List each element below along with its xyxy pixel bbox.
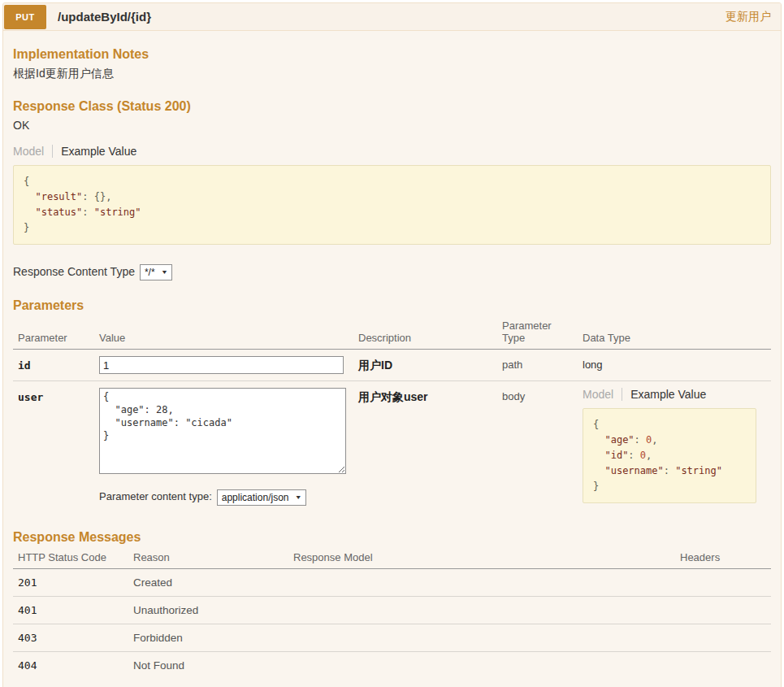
column-parameter-type: Parameter Type <box>502 318 583 350</box>
response-model-cell <box>293 624 680 652</box>
parameter-description-user: 用户对象user <box>358 381 502 513</box>
status-code: 403 <box>13 624 133 652</box>
parameter-type-id: path <box>502 350 583 381</box>
implementation-notes-text: 根据Id更新用户信息 <box>13 67 771 81</box>
response-model-cell <box>293 652 680 680</box>
operation-panel: PUT /updateById/{id} 更新用户 Implementation… <box>2 2 782 687</box>
response-class-status: OK <box>13 119 771 132</box>
parameter-content-type-row: Parameter content type:application/json▼ <box>99 489 352 506</box>
response-class-heading: Response Class (Status 200) <box>13 99 771 114</box>
parameter-row-user: user { "age": 28, "username": "cicada" }… <box>13 381 771 513</box>
response-content-type-row: Response Content Type*/*▼ <box>13 264 771 280</box>
user-model-tabs: Model Example Value <box>583 388 765 401</box>
tab-model[interactable]: Model <box>583 388 622 401</box>
parameter-name-user: user <box>13 381 99 513</box>
user-example-json: { "age": 0, "id": 0, "username": "string… <box>583 408 756 503</box>
parameter-content-type-select-wrap: application/json▼ <box>217 489 306 506</box>
operation-header: PUT /updateById/{id} 更新用户 <box>3 3 781 31</box>
parameters-heading: Parameters <box>13 298 771 313</box>
response-messages-header-row: HTTP Status Code Reason Response Model H… <box>13 550 771 569</box>
id-value-input[interactable] <box>99 356 344 374</box>
response-content-type-label: Response Content Type <box>13 265 135 278</box>
response-messages-table: HTTP Status Code Reason Response Model H… <box>13 550 771 679</box>
column-description: Description <box>358 318 502 350</box>
parameter-datatype-user: Model Example Value { "age": 0, "id": 0,… <box>583 381 771 513</box>
column-headers: Headers <box>680 550 771 569</box>
operation-summary-link[interactable]: 更新用户 <box>726 10 771 24</box>
status-reason: Unauthorized <box>133 597 293 624</box>
parameters-table: Parameter Value Description Parameter Ty… <box>13 318 771 512</box>
column-data-type: Data Type <box>583 318 771 350</box>
column-parameter: Parameter <box>13 318 99 350</box>
http-method-badge: PUT <box>4 5 46 29</box>
headers-cell <box>680 569 771 597</box>
status-reason: Forbidden <box>133 624 293 652</box>
parameters-header-row: Parameter Value Description Parameter Ty… <box>13 318 771 350</box>
response-message-row: 403 Forbidden <box>13 624 771 652</box>
operation-body: Implementation Notes 根据Id更新用户信息 Response… <box>3 31 781 687</box>
parameter-content-type-select[interactable]: application/json <box>217 489 306 506</box>
status-code: 404 <box>13 652 133 680</box>
status-code: 401 <box>13 597 133 624</box>
response-model-cell <box>293 569 680 597</box>
tab-example-value[interactable]: Example Value <box>622 388 706 401</box>
parameter-description-id: 用户ID <box>358 350 502 381</box>
column-reason: Reason <box>133 550 293 569</box>
column-value: Value <box>99 318 358 350</box>
response-message-row: 404 Not Found <box>13 652 771 680</box>
parameter-datatype-id: long <box>583 350 771 381</box>
status-reason: Created <box>133 569 293 597</box>
parameter-type-user: body <box>502 381 583 513</box>
response-message-row: 201 Created <box>13 569 771 597</box>
parameter-content-type-label: Parameter content type: <box>99 490 212 502</box>
implementation-notes-heading: Implementation Notes <box>13 47 771 62</box>
parameter-row-id: id 用户ID path long <box>13 350 771 381</box>
status-reason: Not Found <box>133 652 293 680</box>
endpoint-path-link[interactable]: /updateById/{id} <box>58 10 151 24</box>
response-model-cell <box>293 597 680 624</box>
column-http-status-code: HTTP Status Code <box>13 550 133 569</box>
parameter-name-id: id <box>13 350 99 381</box>
status-code: 201 <box>13 569 133 597</box>
response-class-tabs: Model Example Value <box>13 145 771 158</box>
column-response-model: Response Model <box>293 550 680 569</box>
parameter-value-cell-id <box>99 350 358 381</box>
response-example-json: { "result": {}, "status": "string" } <box>13 165 771 245</box>
headers-cell <box>680 624 771 652</box>
response-messages-heading: Response Messages <box>13 530 771 545</box>
user-body-textarea[interactable]: { "age": 28, "username": "cicada" } <box>99 388 346 474</box>
response-content-type-select[interactable]: */* <box>140 264 172 280</box>
headers-cell <box>680 597 771 624</box>
parameter-value-cell-user: { "age": 28, "username": "cicada" } Para… <box>99 381 358 513</box>
response-content-type-select-wrap: */*▼ <box>140 264 172 280</box>
response-message-row: 401 Unauthorized <box>13 597 771 624</box>
headers-cell <box>680 652 771 680</box>
tab-example-value[interactable]: Example Value <box>53 145 136 158</box>
tab-model[interactable]: Model <box>13 145 53 158</box>
